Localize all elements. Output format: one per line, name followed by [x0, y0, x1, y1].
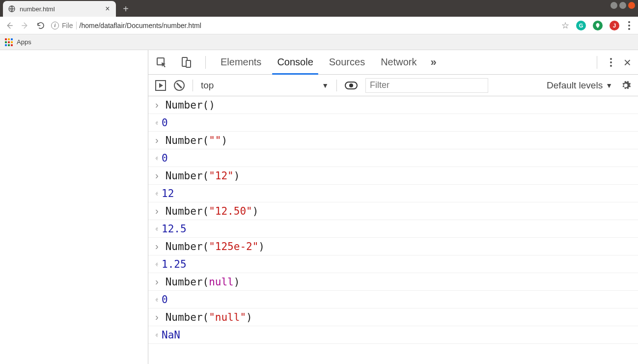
- console-input-row[interactable]: Number(): [148, 96, 638, 114]
- reload-button[interactable]: [35, 20, 46, 31]
- main-area: Elements Console Sources Network » × top…: [0, 50, 638, 364]
- console-output-row[interactable]: NaN: [148, 326, 638, 344]
- inspect-element-icon[interactable]: [155, 56, 168, 69]
- chevron-down-icon: ▼: [322, 82, 329, 89]
- log-levels-select[interactable]: Default levels ▼: [547, 80, 612, 91]
- divider: [597, 56, 597, 69]
- console-code: 12.5: [162, 223, 187, 235]
- url-scheme: File: [62, 22, 73, 29]
- console-code: 0: [162, 294, 168, 306]
- svg-rect-3: [186, 60, 191, 67]
- device-toggle-icon[interactable]: [180, 56, 193, 69]
- extension-green-icon[interactable]: [593, 21, 603, 30]
- address-bar: i File /home/dataflair/Documents/number.…: [0, 17, 638, 34]
- apps-label[interactable]: Apps: [17, 38, 31, 46]
- tabs-overflow-icon[interactable]: »: [431, 56, 437, 69]
- filter-input[interactable]: [365, 78, 488, 93]
- console-output[interactable]: Number()0Number("")0Number("12")12Number…: [148, 96, 638, 364]
- tab-network[interactable]: Network: [379, 50, 418, 74]
- console-code: Number("12.50"): [166, 205, 259, 217]
- url-divider: [76, 22, 77, 29]
- console-code: Number("125e-2"): [166, 241, 265, 252]
- console-code: Number(null): [166, 276, 240, 288]
- window-titlebar: number.html × +: [0, 0, 638, 17]
- console-input-row[interactable]: Number(null): [148, 273, 638, 291]
- console-input-row[interactable]: Number("null"): [148, 308, 638, 326]
- window-maximize-icon[interactable]: [619, 2, 626, 9]
- new-tab-button[interactable]: +: [119, 2, 133, 16]
- forward-button[interactable]: [20, 20, 30, 31]
- console-output-row[interactable]: 0: [148, 149, 638, 167]
- live-expression-icon[interactable]: [345, 82, 358, 89]
- browser-tab[interactable]: number.html ×: [3, 1, 116, 17]
- tab-elements[interactable]: Elements: [219, 50, 263, 74]
- levels-label: Default levels: [547, 80, 603, 91]
- tab-console[interactable]: Console: [275, 50, 315, 74]
- execution-context-select[interactable]: top ▼: [201, 80, 329, 91]
- tab-close-icon[interactable]: ×: [104, 5, 111, 12]
- divider: [205, 56, 206, 69]
- divider: [336, 80, 337, 91]
- devtools-close-icon[interactable]: ×: [624, 57, 631, 67]
- devtools-tabbar: Elements Console Sources Network » ×: [148, 50, 638, 75]
- console-output-row[interactable]: 0: [148, 114, 638, 132]
- page-viewport: [0, 50, 148, 364]
- address-field[interactable]: i File /home/dataflair/Documents/number.…: [51, 22, 556, 29]
- console-code: 0: [162, 152, 168, 164]
- devtools-menu-icon[interactable]: [608, 58, 614, 67]
- console-input-row[interactable]: Number("12.50"): [148, 202, 638, 220]
- console-code: Number(""): [166, 135, 227, 146]
- profile-avatar-icon[interactable]: J: [610, 21, 619, 30]
- globe-icon: [8, 5, 16, 13]
- console-sidebar-toggle-icon[interactable]: [155, 80, 166, 91]
- console-code: 0: [162, 117, 168, 129]
- console-code: Number("12"): [166, 170, 240, 182]
- console-input-row[interactable]: Number("125e-2"): [148, 238, 638, 255]
- devtools-panel: Elements Console Sources Network » × top…: [148, 50, 638, 364]
- apps-grid-icon[interactable]: [5, 38, 13, 46]
- clear-console-icon[interactable]: [174, 80, 185, 91]
- url-path: /home/dataflair/Documents/number.html: [80, 22, 201, 29]
- window-close-icon[interactable]: [628, 2, 635, 9]
- window-controls: [608, 0, 638, 11]
- chevron-down-icon: ▼: [606, 82, 612, 89]
- toolbar-right: ☆ G J: [561, 20, 634, 31]
- back-button[interactable]: [4, 20, 15, 31]
- context-label: top: [201, 80, 214, 91]
- console-code: NaN: [162, 329, 180, 341]
- divider: [193, 80, 193, 91]
- tab-sources[interactable]: Sources: [327, 50, 367, 74]
- site-info-icon[interactable]: i: [51, 22, 59, 29]
- console-output-row[interactable]: 1.25: [148, 255, 638, 273]
- console-output-row[interactable]: 12.5: [148, 220, 638, 238]
- console-code: 12: [162, 188, 174, 199]
- console-code: 1.25: [162, 258, 187, 270]
- console-output-row[interactable]: 0: [148, 291, 638, 308]
- console-toolbar: top ▼ Default levels ▼: [148, 75, 638, 96]
- console-input-row[interactable]: Number(""): [148, 132, 638, 149]
- browser-menu-icon[interactable]: [626, 21, 632, 30]
- console-code: Number(): [166, 99, 215, 111]
- window-minimize-icon[interactable]: [610, 2, 617, 9]
- tab-title: number.html: [20, 5, 100, 13]
- console-input-row[interactable]: Number("12"): [148, 167, 638, 185]
- console-output-row[interactable]: 12: [148, 185, 638, 202]
- console-settings-icon[interactable]: [620, 80, 631, 91]
- console-code: Number("null"): [166, 311, 252, 323]
- extension-grammarly-icon[interactable]: G: [576, 21, 586, 30]
- bookmarks-bar: Apps: [0, 34, 638, 50]
- bookmark-star-icon[interactable]: ☆: [561, 20, 569, 31]
